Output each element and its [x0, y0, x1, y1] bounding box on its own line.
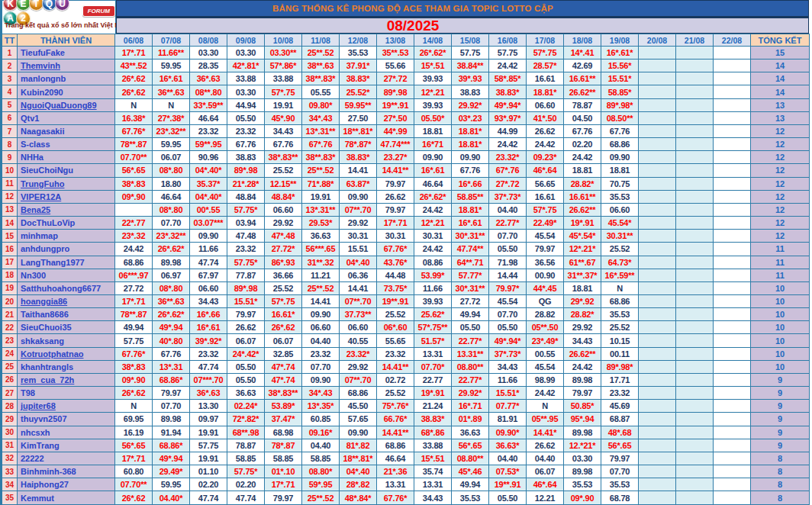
row-number: 30: [2, 426, 18, 439]
member-name: Haiphong27: [18, 478, 115, 491]
col-header-date: 10/08: [265, 34, 302, 47]
member-name: nhcsxh: [18, 426, 115, 439]
score-cell: [714, 465, 751, 478]
member-link[interactable]: VIPER12A: [18, 190, 115, 203]
score-cell: 16*.59**: [601, 269, 639, 281]
brand-logo[interactable]: KETQUA2 FORUM Trang kết quả xổ số lớn nh…: [2, 0, 116, 34]
total-cell: 10: [751, 294, 810, 307]
table-row: 26rem_cua_72h09*.9068.86*07***.7005.5047…: [2, 373, 810, 386]
score-cell: 79.97: [377, 203, 414, 216]
member-link[interactable]: Themvinh: [18, 60, 115, 72]
score-cell: 46.64: [377, 452, 414, 465]
score-cell: 68.86: [115, 256, 153, 269]
score-cell: [714, 269, 751, 281]
score-cell: 25.52: [601, 243, 639, 256]
score-cell: 29.92*: [452, 98, 489, 111]
score-cell: 67*.76: [302, 138, 340, 151]
score-cell: 18.81*: [527, 85, 564, 98]
row-number: 23: [2, 334, 18, 347]
row-number: 29: [2, 413, 18, 426]
score-cell: 16*.61: [190, 321, 227, 334]
score-cell: [714, 426, 751, 439]
row-number: 28: [2, 400, 18, 413]
score-cell: [639, 217, 676, 230]
score-cell: 16*.61: [452, 217, 489, 230]
score-cell: 25.52: [377, 308, 414, 321]
score-cell: 31**.32: [302, 256, 340, 269]
score-cell: 38.83*: [489, 85, 527, 98]
row-number: 22: [2, 321, 18, 334]
row-number: 24: [2, 347, 18, 360]
score-cell: 60.80: [115, 465, 153, 478]
score-cell: [714, 360, 751, 373]
score-cell: 07.70**: [115, 478, 153, 491]
score-cell: 57*.86*: [265, 60, 302, 72]
table-row: 4Kubin209026*.6236**.6308**.8003.3057*.7…: [2, 85, 810, 98]
score-cell: 05**.50: [527, 321, 564, 334]
score-cell: 06.97: [153, 269, 190, 281]
score-cell: 31**.37*: [564, 269, 601, 281]
score-cell: 67.97: [190, 269, 227, 281]
score-cell: [676, 321, 714, 334]
score-cell: 02.20: [564, 138, 601, 151]
member-name: Naagasakii: [18, 124, 115, 137]
member-link[interactable]: NguoiQuaDuong89: [18, 98, 115, 111]
member-name: manlongnb: [18, 72, 115, 85]
score-cell: [639, 124, 676, 137]
score-cell: 34*.43: [302, 111, 340, 124]
col-header-date: 13/08: [377, 34, 414, 47]
member-link[interactable]: Kotruotphatnao: [18, 347, 115, 360]
score-cell: 05.50: [489, 243, 527, 256]
score-cell: 26*.62*: [414, 47, 452, 60]
row-number: 32: [2, 452, 18, 465]
score-cell: [676, 426, 714, 439]
col-header-date: 15/08: [452, 34, 489, 47]
total-cell: 11: [751, 256, 810, 269]
member-link[interactable]: Bena25: [18, 203, 115, 216]
member-link[interactable]: hoanggia86: [18, 294, 115, 307]
score-cell: 45*.54*: [564, 230, 601, 243]
score-cell: 34.43: [414, 491, 452, 505]
score-cell: 47.74: [190, 256, 227, 269]
score-cell: 47.74: [190, 360, 227, 373]
score-cell: 58*.85*: [489, 72, 527, 85]
score-cell: 36.63*: [489, 439, 527, 452]
score-cell: 07.70*: [414, 360, 452, 373]
score-cell: 04*.40: [340, 465, 377, 478]
score-cell: 15.51: [340, 243, 377, 256]
score-cell: 26.62**: [564, 203, 601, 216]
table-row: 2Themvinh43**.5259.9528.3542*.81*57*.86*…: [2, 60, 810, 72]
score-cell: 24.42: [489, 60, 527, 72]
member-link[interactable]: TrungFuho: [18, 177, 115, 190]
score-cell: 25**.52: [302, 47, 340, 60]
score-cell: 45.50: [340, 400, 377, 413]
score-cell: 78*.87*: [340, 138, 377, 151]
stats-table: TT THÀNH VIÊN 06/0807/0808/0809/0810/081…: [2, 34, 810, 505]
score-cell: 72*.82*: [227, 413, 265, 426]
table-row: 24Kotruotphatnao67.76*67.7623.3224*.42*3…: [2, 347, 810, 360]
table-row: 18Nn30006***.9706.9767.9777.8736.6611.21…: [2, 269, 810, 281]
score-cell: 35.37*: [190, 177, 227, 190]
score-cell: 34.43: [489, 360, 527, 373]
score-cell: 98.99: [527, 373, 564, 386]
score-cell: 01*.89: [452, 413, 489, 426]
member-link[interactable]: rem_cua_72h: [18, 373, 115, 386]
score-cell: 26*.62: [115, 387, 153, 400]
score-cell: 09.90: [302, 373, 340, 386]
score-cell: 37*.73*: [489, 190, 527, 203]
total-cell: 12: [751, 138, 810, 151]
score-cell: [639, 47, 676, 60]
score-cell: 79.97: [601, 452, 639, 465]
score-cell: 49*.94*: [489, 334, 527, 347]
score-cell: 23.32: [227, 124, 265, 137]
score-cell: 14.44: [489, 269, 527, 281]
score-cell: 47.74***: [377, 138, 414, 151]
score-cell: 38.83*: [340, 72, 377, 85]
score-cell: 23.27*: [377, 151, 414, 164]
score-cell: 04.40: [489, 203, 527, 216]
total-cell: 13: [751, 111, 810, 124]
score-cell: 79.97: [564, 387, 601, 400]
score-cell: 36*.63: [190, 387, 227, 400]
score-cell: 91.94: [153, 426, 190, 439]
member-link[interactable]: jupiter68: [18, 400, 115, 413]
